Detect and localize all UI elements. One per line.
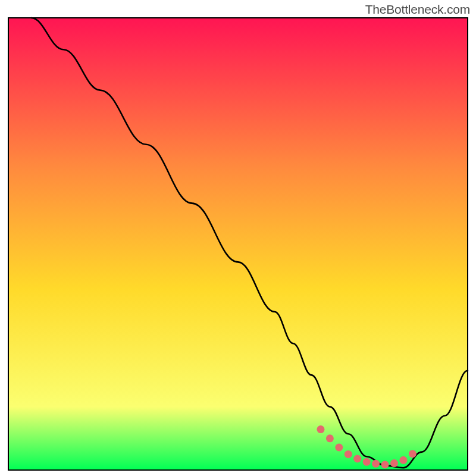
optimal-dot xyxy=(326,434,334,442)
optimal-dot xyxy=(409,450,416,458)
optimal-dot xyxy=(335,444,343,452)
optimal-dot xyxy=(381,461,389,468)
plot-area xyxy=(8,18,468,470)
optimal-dot xyxy=(317,425,324,433)
chart-container: TheBottleneck.com xyxy=(0,0,476,476)
optimal-dot xyxy=(390,459,398,467)
optimal-dot xyxy=(353,455,361,463)
optimal-dot xyxy=(363,458,371,466)
watermark-text: TheBottleneck.com xyxy=(365,2,470,17)
bottleneck-chart xyxy=(0,0,476,476)
optimal-dot xyxy=(372,460,380,468)
optimal-dot xyxy=(399,456,407,464)
optimal-dot xyxy=(345,450,352,458)
